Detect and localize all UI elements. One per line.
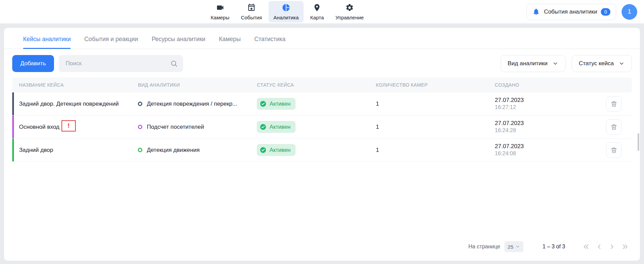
col-header-case-name: НАЗВАНИЕ КЕЙСА bbox=[12, 82, 131, 88]
created-time: 16:24:08 bbox=[495, 150, 516, 157]
double-chevron-left-icon bbox=[583, 243, 590, 250]
cases-table: НАЗВАНИЕ КЕЙСА ВИД АНАЛИТИКИ СТАТУС КЕЙС… bbox=[12, 77, 632, 162]
page-range: 1 – 3 of 3 bbox=[542, 244, 565, 250]
filter-case-status-label: Статус кейса bbox=[579, 60, 614, 67]
analytics-type-label: Детекция повреждения / перекр... bbox=[147, 101, 237, 107]
pagination-last-button[interactable] bbox=[620, 241, 630, 252]
delete-button[interactable] bbox=[606, 96, 622, 112]
search-icon bbox=[170, 60, 178, 67]
case-name: Задний двор. Детекция повреждений bbox=[19, 101, 119, 107]
nav-item-label: Карта bbox=[310, 15, 324, 20]
tab-statistics[interactable]: Статистика bbox=[254, 36, 286, 49]
gear-icon bbox=[345, 3, 354, 13]
status-label: Активен bbox=[269, 124, 290, 130]
check-circle-icon bbox=[260, 124, 266, 130]
check-circle-icon bbox=[260, 147, 266, 153]
status-label: Активен bbox=[269, 147, 290, 153]
search-input[interactable] bbox=[59, 55, 183, 72]
main-nav: Камеры События Аналитика Карта Управлени… bbox=[206, 0, 369, 23]
nav-item-label: Камеры bbox=[211, 15, 229, 20]
toolbar-filters: Вид аналитики Статус кейса bbox=[501, 55, 632, 72]
analytics-type-label: Детекция движения bbox=[147, 147, 199, 154]
events-icon bbox=[247, 3, 256, 13]
created-date: 27.07.2023 bbox=[495, 143, 524, 150]
tab-analytics-cases[interactable]: Кейсы аналитики bbox=[23, 36, 71, 49]
case-name: Основной вход bbox=[19, 124, 59, 130]
status-label: Активен bbox=[269, 101, 290, 107]
analytics-type-label: Подсчет посетителей bbox=[147, 124, 204, 130]
nav-item-cameras[interactable]: Камеры bbox=[206, 1, 234, 22]
top-bar: Камеры События Аналитика Карта Управлени… bbox=[0, 0, 644, 24]
map-pin-icon bbox=[313, 3, 321, 13]
toolbar: Добавить Вид аналитики Статус кейса bbox=[4, 49, 640, 77]
pagination-bar: На странице 25 1 – 3 of 3 bbox=[4, 239, 640, 261]
bell-icon bbox=[532, 8, 540, 16]
status-badge: Активен bbox=[257, 121, 296, 133]
double-chevron-right-icon bbox=[621, 243, 629, 250]
chevron-down-icon bbox=[619, 60, 625, 67]
created-time: 16:24:28 bbox=[495, 127, 516, 134]
delete-button[interactable] bbox=[606, 142, 622, 158]
nav-item-map[interactable]: Карта bbox=[305, 1, 328, 22]
camera-count: 1 bbox=[369, 147, 488, 154]
table-row[interactable]: Основной вход ! Подсчет посетителей Акти… bbox=[12, 116, 632, 139]
row-color-stripe bbox=[12, 139, 14, 161]
col-header-case-status: СТАТУС КЕЙСА bbox=[250, 82, 369, 88]
pagination-prev-button[interactable] bbox=[594, 241, 605, 252]
camera-count: 1 bbox=[369, 101, 488, 107]
nav-item-events[interactable]: События bbox=[236, 1, 267, 22]
chevron-down-icon bbox=[552, 60, 558, 67]
tab-events-reactions[interactable]: События и реакции bbox=[84, 36, 138, 49]
nav-item-management[interactable]: Управление bbox=[331, 1, 369, 22]
analytics-events-button[interactable]: События аналитики 0 bbox=[526, 4, 616, 20]
filter-case-status[interactable]: Статус кейса bbox=[572, 55, 632, 72]
filter-analytics-type-label: Вид аналитики bbox=[508, 60, 548, 67]
created-time: 16:27:12 bbox=[495, 104, 516, 111]
scrollbar-thumb[interactable] bbox=[638, 133, 639, 151]
trash-icon bbox=[610, 123, 618, 130]
trash-icon bbox=[610, 100, 618, 107]
camera-icon bbox=[216, 3, 224, 13]
analytics-events-label: События аналитики bbox=[544, 8, 597, 15]
check-circle-icon bbox=[260, 101, 266, 107]
per-page-select[interactable]: 25 bbox=[504, 241, 524, 252]
pagination-next-button[interactable] bbox=[607, 241, 618, 252]
pager-controls bbox=[581, 241, 630, 252]
chevron-down-icon bbox=[515, 244, 520, 249]
table-row[interactable]: Задний двор. Детекция повреждений Детекц… bbox=[12, 92, 632, 116]
created-date: 27.07.2023 bbox=[495, 96, 524, 104]
tab-bar: Кейсы аналитики События и реакции Ресурс… bbox=[4, 28, 640, 49]
nav-item-analytics[interactable]: Аналитика bbox=[269, 1, 303, 22]
avatar[interactable]: 1 bbox=[622, 4, 637, 20]
col-header-analytics-type: ВИД АНАЛИТИКИ bbox=[131, 82, 250, 88]
tab-analytics-resources[interactable]: Ресурсы аналитики bbox=[151, 36, 205, 49]
camera-count: 1 bbox=[369, 124, 488, 130]
row-color-stripe bbox=[12, 116, 14, 138]
case-name: Задний двор bbox=[19, 147, 53, 154]
pagination-first-button[interactable] bbox=[581, 241, 592, 252]
analytics-type-icon bbox=[138, 125, 142, 129]
header-right-controls: События аналитики 0 1 bbox=[526, 4, 637, 20]
table-row[interactable]: Задний двор Детекция движения Активен 1 … bbox=[12, 139, 632, 162]
analytics-type-icon bbox=[138, 148, 142, 152]
col-header-camera-count: КОЛИЧЕСТВО КАМЕР bbox=[369, 82, 488, 88]
add-button[interactable]: Добавить bbox=[12, 55, 54, 72]
nav-item-label: События bbox=[241, 15, 262, 20]
delete-button[interactable] bbox=[606, 119, 622, 135]
events-count-badge: 0 bbox=[601, 8, 610, 16]
search-box bbox=[59, 55, 183, 72]
table-header: НАЗВАНИЕ КЕЙСА ВИД АНАЛИТИКИ СТАТУС КЕЙС… bbox=[12, 77, 632, 92]
per-page-value: 25 bbox=[508, 244, 514, 250]
status-badge: Активен bbox=[257, 98, 296, 110]
filter-analytics-type[interactable]: Вид аналитики bbox=[501, 55, 566, 72]
alert-indicator: ! bbox=[61, 120, 76, 131]
nav-item-label: Управление bbox=[336, 15, 364, 20]
content-card: Кейсы аналитики События и реакции Ресурс… bbox=[4, 28, 640, 261]
nav-item-label: Аналитика bbox=[273, 15, 299, 20]
analytics-pie-icon bbox=[282, 3, 290, 13]
per-page-label: На странице bbox=[468, 244, 500, 250]
created-date: 27.07.2023 bbox=[495, 120, 524, 127]
status-badge: Активен bbox=[257, 144, 296, 156]
tab-cameras[interactable]: Камеры bbox=[219, 36, 241, 49]
col-header-created: СОЗДАНО bbox=[488, 82, 606, 88]
